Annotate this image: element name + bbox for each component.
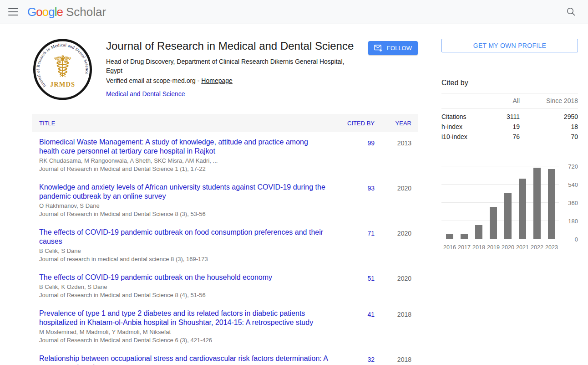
- chart-bar-2017[interactable]: [461, 234, 468, 239]
- article-title-link[interactable]: Prevalence of type 1 and type 2 diabetes…: [39, 309, 329, 327]
- profile-label-link[interactable]: Medical and Dental Science: [106, 90, 185, 98]
- article-cited-by: 41: [329, 309, 375, 344]
- chart-y-tick: 540: [568, 181, 578, 188]
- topbar: Google Scholar: [0, 0, 588, 24]
- chart-bar-slot: [442, 162, 457, 239]
- article-cited-by-link[interactable]: 41: [367, 311, 375, 318]
- article-year: 2018: [375, 309, 418, 344]
- article-cited-by: 51: [329, 273, 375, 298]
- article-info: Knowledge and anxiety levels of African …: [32, 183, 329, 217]
- search-icon[interactable]: [566, 7, 576, 17]
- article-authors: B Celik, S Dane: [39, 247, 329, 254]
- article-title-link[interactable]: Relationship between occupational stress…: [39, 354, 329, 365]
- articles-table-header: TITLE CITED BY YEAR: [32, 114, 418, 132]
- cited-by-rows: Citations31112950h-index1918i10-index767…: [441, 108, 578, 142]
- chart-y-tick: 180: [568, 218, 578, 225]
- article-cited-by-link[interactable]: 51: [367, 275, 375, 282]
- article-row: Knowledge and anxiety levels of African …: [32, 177, 418, 222]
- column-cited-by[interactable]: CITED BY: [329, 120, 375, 127]
- google-logo-text: Google: [27, 5, 63, 19]
- chart-x-axis: 20162017201820192020202120222023: [442, 244, 559, 251]
- follow-button[interactable]: FOLLOW: [368, 41, 418, 55]
- article-year: 2013: [375, 138, 418, 172]
- follow-button-label: FOLLOW: [387, 45, 412, 51]
- article-cited-by-link[interactable]: 71: [367, 230, 375, 237]
- chart-bar-slot: [530, 162, 544, 239]
- chart-x-tick: 2020: [501, 244, 515, 251]
- article-venue: Journal of Research in Medical and Denta…: [39, 337, 329, 344]
- chart-bar-slot: [471, 162, 486, 239]
- chart-bar-2018[interactable]: [475, 225, 482, 239]
- cited-by-table-header: All Since 2018: [441, 93, 578, 108]
- column-title[interactable]: TITLE: [32, 120, 329, 127]
- metric-label[interactable]: i10-index: [441, 133, 481, 140]
- articles-rows: Biomedical Waste Management: A study of …: [32, 132, 418, 365]
- column-year[interactable]: YEAR: [375, 120, 418, 127]
- verified-email-line: Verified email at scope-med.org - Homepa…: [106, 77, 361, 84]
- follow-envelope-icon: [374, 45, 383, 52]
- article-year: 2020: [375, 183, 418, 217]
- chart-bar-slot: [457, 162, 471, 239]
- article-title-link[interactable]: Knowledge and anxiety levels of African …: [39, 183, 329, 201]
- article-cited-by: 71: [329, 228, 375, 262]
- menu-icon[interactable]: [8, 8, 18, 15]
- chart-bar-slot: [501, 162, 515, 239]
- chart-bar-2019[interactable]: [490, 207, 497, 239]
- chart-x-tick: 2016: [442, 244, 457, 251]
- chart-x-tick: 2022: [530, 244, 544, 251]
- article-year: 2020: [375, 273, 418, 298]
- article-row: Prevalence of type 1 and type 2 diabetes…: [32, 303, 418, 349]
- article-title-link[interactable]: The effects of COVID-19 pandemic outbrea…: [39, 273, 329, 282]
- metric-row: h-index1918: [441, 122, 578, 132]
- cited-by-heading: Cited by: [441, 79, 578, 87]
- chart-y-axis: 0180360540720: [561, 162, 578, 239]
- chart-bar-2021[interactable]: [519, 179, 526, 239]
- chart-y-tick: 720: [568, 163, 578, 170]
- page-content: Journal of Research in Medical and Denta…: [0, 24, 588, 365]
- chart-bar-2016[interactable]: [446, 234, 453, 239]
- article-venue: Journal of Research in Medical and Denta…: [39, 165, 329, 172]
- avatar-acronym: JRMDS: [50, 81, 75, 88]
- article-cited-by-link[interactable]: 32: [367, 356, 375, 363]
- metric-row: i10-index7670: [441, 132, 578, 142]
- chart-x-tick: 2017: [457, 244, 471, 251]
- chart-x-tick: 2023: [544, 244, 559, 251]
- chart-bar-2020[interactable]: [504, 193, 512, 239]
- homepage-link[interactable]: Homepage: [201, 77, 233, 84]
- article-info: The effects of COVID-19 pandemic outbrea…: [32, 228, 329, 262]
- article-info: Biomedical Waste Management: A study of …: [32, 138, 329, 172]
- article-venue: Journal of Research in Medical and Denta…: [39, 292, 329, 298]
- article-cited-by-link[interactable]: 99: [367, 139, 375, 147]
- article-authors: B Celik, K Ozden, S Dane: [39, 283, 329, 290]
- article-cited-by: 93: [329, 183, 375, 217]
- article-info: Relationship between occupational stress…: [32, 354, 329, 365]
- column-all: All: [481, 97, 520, 104]
- article-title-link[interactable]: Biomedical Waste Management: A study of …: [39, 138, 329, 156]
- article-year: 2020: [375, 228, 418, 262]
- chart-x-tick: 2018: [471, 244, 486, 251]
- metric-label[interactable]: h-index: [441, 123, 481, 130]
- article-row: Biomedical Waste Management: A study of …: [32, 132, 418, 177]
- article-year: 2018: [375, 354, 418, 365]
- chart-bar-2023[interactable]: [548, 169, 555, 239]
- metric-row: Citations31112950: [441, 108, 578, 122]
- profile-avatar[interactable]: Journal of Research in Medical and Denta…: [32, 39, 93, 100]
- get-my-own-profile-button[interactable]: GET MY OWN PROFILE: [441, 39, 578, 52]
- chart-y-tick: 0: [575, 236, 578, 243]
- scholar-logo-text: Scholar: [66, 5, 106, 19]
- metric-all-value: 19: [481, 123, 520, 130]
- column-since-2018: Since 2018: [520, 97, 578, 104]
- metric-label[interactable]: Citations: [441, 113, 481, 120]
- article-authors: O Rakhmanov, S Dane: [39, 202, 329, 209]
- article-title-link[interactable]: The effects of COVID-19 pandemic outbrea…: [39, 228, 329, 246]
- article-cited-by-link[interactable]: 93: [367, 185, 375, 192]
- article-row: Relationship between occupational stress…: [32, 349, 418, 365]
- chart-y-tick: 360: [568, 200, 578, 206]
- article-authors: RK Chudasama, M Rangoonwala, A Sheth, SK…: [39, 157, 329, 164]
- article-info: The effects of COVID-19 pandemic outbrea…: [32, 273, 329, 298]
- chart-bar-2022[interactable]: [533, 168, 541, 239]
- article-venue: Journal of Research in Medical and Denta…: [39, 211, 329, 217]
- citations-chart: 0180360540720 20162017201820192020202120…: [441, 161, 578, 254]
- cited-by-table: All Since 2018 Citations31112950h-index1…: [441, 93, 578, 142]
- google-scholar-logo[interactable]: Google Scholar: [27, 5, 106, 19]
